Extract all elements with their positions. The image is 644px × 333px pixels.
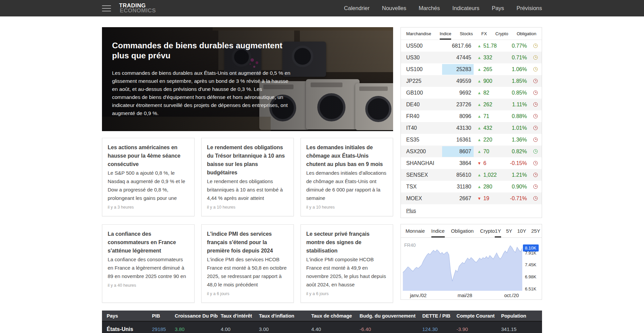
market-price: 9692 bbox=[444, 90, 471, 96]
market-tab[interactable]: Crypto bbox=[495, 27, 508, 40]
market-row[interactable]: DE40 23726 262 1.11% bbox=[401, 99, 542, 110]
market-row[interactable]: US500 6817.66 51.78 0.77% bbox=[401, 40, 542, 52]
hamburger-menu-icon[interactable] bbox=[102, 5, 111, 11]
news-card[interactable]: Les actions américaines en hausse pour l… bbox=[102, 138, 195, 216]
table-cell[interactable]: -3.90 bbox=[457, 326, 501, 332]
table-cell[interactable]: 4.40 bbox=[311, 326, 360, 332]
market-row[interactable]: JP225 49559 900 1.85% bbox=[401, 75, 542, 87]
table-header-cell[interactable]: PIB bbox=[152, 313, 175, 319]
nav-item[interactable]: Pays bbox=[492, 5, 504, 11]
nav-item[interactable]: Calendrier bbox=[344, 5, 370, 11]
table-header-cell[interactable]: Compte Courant bbox=[457, 313, 501, 319]
nav-item[interactable]: Marchés bbox=[419, 5, 440, 11]
market-price: 85610 bbox=[444, 172, 471, 178]
chart-tab[interactable]: Obligation bbox=[451, 224, 474, 237]
market-symbol: US100 bbox=[406, 66, 444, 72]
news-card-title[interactable]: L'indice PMI des services français s'éte… bbox=[207, 230, 288, 255]
market-change-percent: 1.01% bbox=[501, 125, 527, 131]
table-cell[interactable]: 124.30 bbox=[422, 326, 457, 332]
market-tab[interactable]: FX bbox=[481, 27, 487, 40]
market-row[interactable]: SHANGHAI 3864 6 -0.15% bbox=[401, 157, 542, 169]
market-row[interactable]: MOEX 2667 19 -0.71% bbox=[401, 192, 542, 204]
news-card-title[interactable]: Les demandes initiales de chômage aux Ét… bbox=[306, 143, 387, 168]
table-header-cell[interactable]: Taux d'inflation bbox=[259, 313, 311, 319]
market-row[interactable]: ES35 16361 220 1.36% bbox=[401, 134, 542, 146]
chart-range[interactable]: 5Y bbox=[506, 224, 512, 237]
change-arrow-icon bbox=[477, 44, 481, 48]
market-row[interactable]: US30 47445 332 0.71% bbox=[401, 52, 542, 63]
market-row[interactable]: US100 25283 265 1.06% bbox=[401, 63, 542, 75]
market-tab[interactable]: Indice bbox=[440, 27, 451, 40]
news-card[interactable]: Le rendement des obligations du Trésor b… bbox=[201, 138, 294, 216]
hero-title[interactable]: Commandes de biens durables augmentent p… bbox=[112, 41, 290, 61]
table-header-cell[interactable]: Budg. du gouvernement bbox=[360, 313, 422, 319]
market-session-cell bbox=[527, 102, 538, 107]
market-change-percent: 1.21% bbox=[501, 172, 527, 178]
more-link[interactable]: Plus bbox=[406, 208, 416, 213]
table-header-cell[interactable]: Pays bbox=[107, 313, 152, 319]
market-change-value: 900 bbox=[483, 78, 492, 84]
market-tab[interactable]: Marchandise bbox=[406, 27, 431, 40]
table-header-cell[interactable]: Population bbox=[501, 313, 542, 319]
market-change-percent: 0.82% bbox=[501, 149, 527, 155]
market-price: 31180 bbox=[444, 184, 471, 190]
nav-item[interactable]: Indicateurs bbox=[452, 5, 479, 11]
table-cell[interactable]: 29185 bbox=[152, 326, 175, 332]
market-change-cell: 70 bbox=[471, 149, 501, 155]
table-cell[interactable]: États-Unis bbox=[107, 326, 152, 332]
table-cell[interactable]: 341.15 bbox=[501, 326, 542, 332]
country-table-row[interactable]: États-Unis291853.804.003.004.40-6.40124.… bbox=[102, 322, 542, 333]
table-header-cell[interactable]: DETTE / PIB bbox=[422, 313, 457, 319]
news-card-title[interactable]: Les actions américaines en hausse pour l… bbox=[108, 143, 189, 168]
market-change-percent: 0.77% bbox=[501, 43, 527, 49]
hero-article[interactable]: Commandes de biens durables augmentent p… bbox=[102, 27, 393, 131]
clock-icon bbox=[533, 184, 538, 189]
market-tab[interactable]: Obligation bbox=[517, 27, 536, 40]
market-change-cell: 19 bbox=[471, 196, 501, 202]
chart-tab[interactable]: Crypto bbox=[480, 224, 495, 237]
table-cell[interactable]: -6.40 bbox=[360, 326, 422, 332]
market-symbol: TSX bbox=[406, 184, 444, 190]
market-row[interactable]: FR40 8096 71 0.88% bbox=[401, 110, 542, 122]
table-header-cell[interactable]: Taux d'intérêt bbox=[221, 313, 259, 319]
market-tab[interactable]: Stocks bbox=[460, 27, 473, 40]
nav-item[interactable]: Prévisions bbox=[517, 5, 542, 11]
news-card-title[interactable]: Le rendement des obligations du Trésor b… bbox=[207, 143, 288, 177]
market-row[interactable]: IT40 43130 432 1.01% bbox=[401, 122, 542, 134]
chart-range[interactable]: 10Y bbox=[517, 224, 526, 237]
chart-tab[interactable]: Monnaie bbox=[406, 224, 425, 237]
table-cell[interactable]: 4.00 bbox=[221, 326, 259, 332]
table-cell[interactable]: 3.80 bbox=[175, 326, 221, 332]
nav-item[interactable]: Nouvelles bbox=[382, 5, 406, 11]
news-card[interactable]: Les demandes initiales de chômage aux Ét… bbox=[301, 138, 393, 216]
news-card-title[interactable]: Le secteur privé français montre des sig… bbox=[306, 230, 387, 255]
change-arrow-icon bbox=[477, 126, 481, 130]
logo[interactable]: TRADING ECONOMICS bbox=[119, 3, 156, 13]
chart-range[interactable]: 1Y bbox=[495, 224, 501, 237]
table-header-cell[interactable]: Croissance Du Pib bbox=[175, 313, 221, 319]
change-arrow-icon bbox=[477, 150, 481, 154]
market-price: 3864 bbox=[444, 160, 471, 166]
market-session-cell bbox=[527, 149, 538, 154]
table-cell[interactable]: 3.00 bbox=[259, 326, 311, 332]
market-change-percent: -0.71% bbox=[501, 196, 527, 202]
market-row[interactable]: TSX 31180 280 0.90% bbox=[401, 181, 542, 192]
news-card-body: La confiance des consommateurs en France… bbox=[108, 255, 189, 280]
chart-tab[interactable]: Indice bbox=[431, 224, 445, 237]
table-header-cell[interactable]: Taux de chômage bbox=[311, 313, 360, 319]
change-arrow-icon bbox=[477, 161, 481, 165]
news-card[interactable]: L'indice PMI des services français s'éte… bbox=[201, 224, 294, 303]
news-card[interactable]: Le secteur privé français montre des sig… bbox=[301, 224, 393, 303]
change-arrow-icon bbox=[477, 91, 481, 95]
market-row[interactable]: GB100 9692 82 0.85% bbox=[401, 87, 542, 99]
market-row[interactable]: ASX200 8607 70 0.82% bbox=[401, 146, 542, 157]
market-change-cell: 82 bbox=[471, 90, 501, 96]
market-price: 25283 bbox=[444, 66, 471, 72]
market-row[interactable]: SENSEX 85610 1,022 1.21% bbox=[401, 169, 542, 181]
fr40-area-chart: FR40 8.10K 7.91K7.45K6.98K6.51K bbox=[403, 242, 540, 291]
news-card-title[interactable]: La confiance des consommateurs en France… bbox=[108, 230, 189, 255]
news-card[interactable]: La confiance des consommateurs en France… bbox=[102, 224, 195, 303]
market-change-percent: -0.15% bbox=[501, 160, 527, 166]
market-change-cell: 71 bbox=[471, 113, 501, 119]
chart-range[interactable]: 25Y bbox=[531, 224, 540, 237]
